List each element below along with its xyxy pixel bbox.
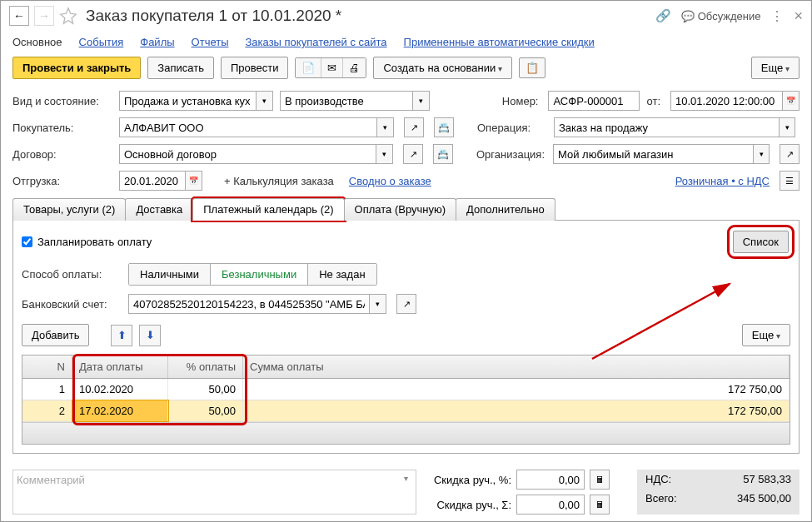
dropdown-icon[interactable]: ▾ (257, 91, 273, 111)
status-field[interactable]: ▾ (280, 91, 430, 111)
cell-n: 1 (22, 379, 72, 400)
main-tab-main[interactable]: Основное (12, 36, 62, 48)
calculator-icon[interactable]: 🖩 (590, 470, 610, 490)
dropdown-icon[interactable]: ▾ (370, 294, 386, 314)
main-tab-discounts[interactable]: Примененные автоматические скидки (404, 36, 595, 48)
subtab-goods[interactable]: Товары, услуги (2) (12, 198, 126, 221)
contract-field[interactable]: ▾ (119, 144, 393, 164)
save-button[interactable]: Записать (147, 57, 214, 79)
payment-method-label: Способ оплаты: (22, 268, 122, 281)
cell-pct[interactable]: 50,00 (168, 379, 243, 400)
cell-pct[interactable]: 50,00 (168, 400, 243, 421)
col-date: Дата оплаты (72, 355, 168, 378)
summary-panel: НДС: 57 583,33 Всего: 345 500,00 (637, 470, 800, 515)
ship-date-input[interactable] (119, 171, 186, 191)
ship-date-field[interactable]: 📅 (119, 171, 202, 191)
link-icon[interactable]: 🔗 (655, 8, 671, 23)
table-row[interactable]: 2 17.02.2020 50,00 172 750,00 (22, 400, 790, 422)
table-scrollbar[interactable] (22, 422, 790, 444)
document-title: Заказ покупателя 1 от 10.01.2020 * (86, 7, 341, 25)
discussion-button[interactable]: 💬 Обсуждение (681, 10, 761, 22)
summary-link[interactable]: Сводно о заказе (349, 175, 431, 187)
action-icon-group: 📄 ✉ 🖨 (295, 57, 366, 78)
comment-field[interactable]: Комментарий ▾ (12, 470, 416, 515)
main-tab-reports[interactable]: Отчеты (192, 36, 229, 48)
operation-field[interactable]: ▾ (554, 117, 795, 137)
main-tab-files[interactable]: Файлы (140, 36, 174, 48)
operation-input[interactable] (554, 117, 780, 137)
date-field[interactable]: 📅 (670, 91, 800, 111)
org-input[interactable] (553, 144, 754, 164)
open-button[interactable]: ↗ (396, 294, 416, 314)
info-button[interactable]: 📇 (433, 144, 453, 164)
buyer-field[interactable]: ▾ (119, 117, 394, 137)
nav-back-button[interactable]: ← (9, 6, 29, 26)
table-header: N Дата оплаты % оплаты Сумма оплаты (22, 355, 790, 379)
vat-label: НДС: (645, 473, 671, 485)
open-button[interactable]: ↗ (403, 144, 423, 164)
table-more-button[interactable]: Еще (742, 324, 790, 346)
method-bank[interactable]: Безналичными (211, 264, 308, 285)
list-mode-button[interactable]: Список (733, 231, 789, 253)
open-button[interactable]: ↗ (404, 117, 424, 137)
add-row-button[interactable]: Добавить (22, 324, 89, 346)
status-input[interactable] (280, 91, 413, 111)
main-tab-site-orders[interactable]: Заказы покупателей с сайта (246, 36, 387, 48)
calendar-icon[interactable]: 📅 (783, 91, 800, 111)
cell-date[interactable]: 17.02.2020 (72, 400, 168, 421)
table-row[interactable]: 1 10.02.2020 50,00 172 750,00 (22, 379, 790, 400)
discount-pct-input[interactable] (516, 470, 585, 490)
subtab-additional[interactable]: Дополнительно (456, 198, 555, 221)
open-button[interactable]: ↗ (780, 144, 800, 164)
dropdown-icon[interactable]: ▾ (780, 117, 795, 137)
plan-payment-checkbox[interactable] (22, 236, 32, 247)
contract-input[interactable] (119, 144, 376, 164)
email-icon[interactable]: ✉ (321, 58, 343, 77)
create-based-on-button[interactable]: Создать на основании (373, 57, 512, 79)
bank-account-input[interactable] (128, 294, 370, 314)
calculator-icon[interactable]: 🖩 (590, 495, 610, 515)
kind-input[interactable] (119, 91, 257, 111)
create-document-icon[interactable]: 📄 (296, 58, 321, 77)
buyer-input[interactable] (119, 117, 377, 137)
price-settings-button[interactable]: ☰ (780, 171, 800, 191)
post-and-close-button[interactable]: Провести и закрыть (12, 57, 141, 79)
report-icon-button[interactable]: 📋 (519, 57, 545, 78)
date-input[interactable] (670, 91, 783, 111)
subtab-payment-manual[interactable]: Оплата (Вручную) (344, 198, 456, 221)
calendar-icon[interactable]: 📅 (186, 171, 202, 191)
more-button[interactable]: Еще (751, 57, 800, 79)
favorite-star-icon[interactable] (59, 7, 77, 25)
move-down-button[interactable]: ⬇ (139, 325, 161, 346)
main-tabs: Основное События Файлы Отчеты Заказы пок… (1, 31, 811, 57)
method-cash[interactable]: Наличными (129, 264, 211, 285)
print-icon[interactable]: 🖨 (343, 58, 366, 77)
payment-method-segment: Наличными Безналичными Не задан (128, 263, 377, 286)
discount-sum-input[interactable] (516, 495, 585, 515)
dropdown-icon[interactable]: ▾ (754, 144, 770, 164)
bank-account-field[interactable]: ▾ (128, 294, 386, 314)
move-up-button[interactable]: ⬆ (111, 325, 132, 346)
subtab-payment-calendar[interactable]: Платежный календарь (2) (192, 198, 344, 221)
form-area: Вид и состояние: ▾ ▾ Номер: от: 📅 Покупа… (1, 91, 811, 191)
org-field[interactable]: ▾ (553, 144, 770, 164)
kind-field[interactable]: ▾ (119, 91, 273, 111)
close-button[interactable]: × (794, 7, 803, 25)
post-button[interactable]: Провести (221, 57, 289, 79)
cell-date[interactable]: 10.02.2020 (72, 379, 168, 400)
dropdown-icon[interactable]: ▾ (399, 474, 412, 483)
subtabs: Товары, услуги (2) Доставка Платежный ка… (12, 197, 800, 221)
operation-label: Операция: (477, 122, 544, 134)
more-menu-icon[interactable]: ⋮ (770, 8, 784, 24)
price-type-link[interactable]: Розничная • с НДС (675, 175, 770, 187)
number-input[interactable] (548, 91, 640, 111)
method-none[interactable]: Не задан (308, 264, 376, 285)
dropdown-icon[interactable]: ▾ (377, 117, 394, 137)
info-button[interactable]: 📇 (434, 117, 454, 137)
cell-sum[interactable]: 172 750,00 (243, 379, 790, 400)
subtab-delivery[interactable]: Доставка (125, 198, 193, 221)
main-tab-events[interactable]: События (79, 36, 124, 48)
dropdown-icon[interactable]: ▾ (376, 144, 393, 164)
dropdown-icon[interactable]: ▾ (413, 91, 430, 111)
cell-sum[interactable]: 172 750,00 (243, 400, 790, 421)
